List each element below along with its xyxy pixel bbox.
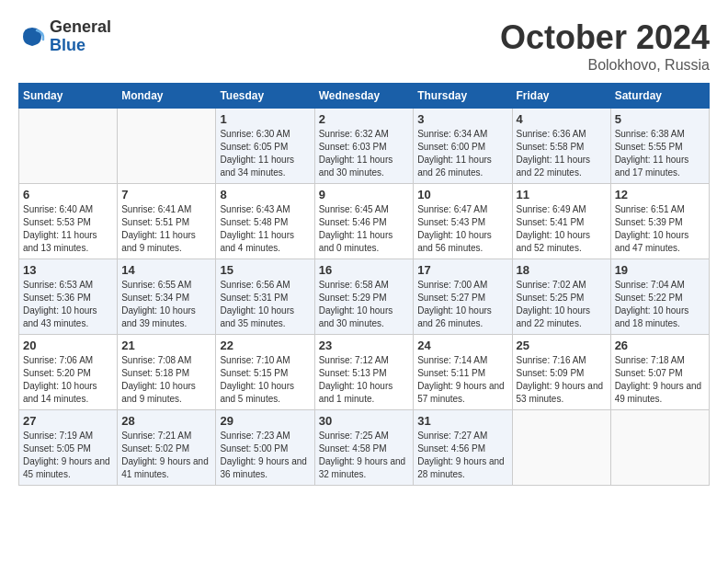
day-number: 19: [615, 263, 705, 277]
calendar-cell: 9Sunrise: 6:45 AM Sunset: 5:46 PM Daylig…: [314, 184, 414, 259]
calendar-cell: 31Sunrise: 7:27 AM Sunset: 4:56 PM Dayli…: [414, 410, 512, 486]
day-number: 21: [121, 339, 211, 352]
day-info: Sunrise: 6:51 AM Sunset: 5:39 PM Dayligh…: [615, 203, 705, 255]
day-info: Sunrise: 7:04 AM Sunset: 5:22 PM Dayligh…: [615, 279, 705, 330]
logo-text: General Blue: [50, 18, 111, 55]
weekday-header-saturday: Saturday: [610, 84, 709, 109]
day-number: 10: [417, 188, 507, 201]
day-number: 5: [615, 112, 705, 126]
day-info: Sunrise: 6:53 AM Sunset: 5:36 PM Dayligh…: [23, 279, 113, 330]
day-info: Sunrise: 7:06 AM Sunset: 5:20 PM Dayligh…: [23, 354, 113, 406]
day-info: Sunrise: 6:41 AM Sunset: 5:51 PM Dayligh…: [121, 203, 211, 255]
day-info: Sunrise: 7:14 AM Sunset: 5:11 PM Dayligh…: [417, 354, 507, 406]
calendar-cell: 10Sunrise: 6:47 AM Sunset: 5:43 PM Dayli…: [414, 184, 512, 259]
day-number: 17: [417, 263, 507, 277]
calendar-cell: 26Sunrise: 7:18 AM Sunset: 5:07 PM Dayli…: [610, 335, 709, 410]
title-block: October 2024 Bolokhovo, Russia: [500, 18, 710, 74]
day-info: Sunrise: 6:36 AM Sunset: 5:58 PM Dayligh…: [517, 128, 607, 179]
weekday-row: SundayMondayTuesdayWednesdayThursdayFrid…: [19, 84, 710, 109]
day-number: 11: [517, 188, 607, 201]
day-info: Sunrise: 7:27 AM Sunset: 4:56 PM Dayligh…: [417, 430, 507, 481]
day-info: Sunrise: 6:40 AM Sunset: 5:53 PM Dayligh…: [23, 203, 113, 255]
day-info: Sunrise: 7:25 AM Sunset: 4:58 PM Dayligh…: [319, 430, 410, 481]
day-number: 8: [220, 188, 310, 201]
day-info: Sunrise: 7:02 AM Sunset: 5:25 PM Dayligh…: [517, 279, 607, 330]
logo-blue: Blue: [50, 37, 111, 55]
month-title: October 2024: [500, 18, 710, 57]
day-number: 7: [121, 188, 211, 201]
calendar-cell: 17Sunrise: 7:00 AM Sunset: 5:27 PM Dayli…: [414, 259, 512, 335]
calendar-cell: 25Sunrise: 7:16 AM Sunset: 5:09 PM Dayli…: [512, 335, 610, 410]
calendar-cell: 24Sunrise: 7:14 AM Sunset: 5:11 PM Dayli…: [414, 335, 512, 410]
day-number: 24: [417, 339, 507, 352]
calendar-table: SundayMondayTuesdayWednesdayThursdayFrid…: [18, 83, 710, 486]
calendar-cell: 20Sunrise: 7:06 AM Sunset: 5:20 PM Dayli…: [19, 335, 118, 410]
day-number: 2: [319, 112, 410, 126]
day-number: 29: [220, 414, 310, 428]
weekday-header-friday: Friday: [512, 84, 610, 109]
calendar-cell: 8Sunrise: 6:43 AM Sunset: 5:48 PM Daylig…: [216, 184, 314, 259]
calendar-cell: 21Sunrise: 7:08 AM Sunset: 5:18 PM Dayli…: [118, 335, 216, 410]
day-number: 25: [517, 339, 607, 352]
day-number: 30: [319, 414, 410, 428]
day-info: Sunrise: 6:49 AM Sunset: 5:41 PM Dayligh…: [517, 203, 607, 255]
calendar-cell: 27Sunrise: 7:19 AM Sunset: 5:05 PM Dayli…: [19, 410, 118, 486]
calendar-cell: 15Sunrise: 6:56 AM Sunset: 5:31 PM Dayli…: [216, 259, 314, 335]
calendar-cell: 6Sunrise: 6:40 AM Sunset: 5:53 PM Daylig…: [19, 184, 118, 259]
day-info: Sunrise: 6:43 AM Sunset: 5:48 PM Dayligh…: [220, 203, 310, 255]
calendar-cell: 18Sunrise: 7:02 AM Sunset: 5:25 PM Dayli…: [512, 259, 610, 335]
calendar-cell: 23Sunrise: 7:12 AM Sunset: 5:13 PM Dayli…: [314, 335, 414, 410]
day-number: 12: [615, 188, 705, 201]
location: Bolokhovo, Russia: [500, 57, 710, 74]
day-number: 27: [23, 414, 113, 428]
day-info: Sunrise: 6:32 AM Sunset: 6:03 PM Dayligh…: [319, 128, 410, 179]
calendar-body: 1Sunrise: 6:30 AM Sunset: 6:05 PM Daylig…: [19, 109, 710, 486]
day-info: Sunrise: 7:00 AM Sunset: 5:27 PM Dayligh…: [417, 279, 507, 330]
day-info: Sunrise: 6:45 AM Sunset: 5:46 PM Dayligh…: [319, 203, 410, 255]
day-info: Sunrise: 6:47 AM Sunset: 5:43 PM Dayligh…: [417, 203, 507, 255]
day-info: Sunrise: 6:30 AM Sunset: 6:05 PM Dayligh…: [220, 128, 310, 179]
day-info: Sunrise: 6:55 AM Sunset: 5:34 PM Dayligh…: [121, 279, 211, 330]
day-info: Sunrise: 6:56 AM Sunset: 5:31 PM Dayligh…: [220, 279, 310, 330]
day-number: 1: [220, 112, 310, 126]
calendar-cell: 7Sunrise: 6:41 AM Sunset: 5:51 PM Daylig…: [118, 184, 216, 259]
calendar-cell: 16Sunrise: 6:58 AM Sunset: 5:29 PM Dayli…: [314, 259, 414, 335]
calendar-cell: 1Sunrise: 6:30 AM Sunset: 6:05 PM Daylig…: [216, 109, 314, 184]
calendar-week-4: 20Sunrise: 7:06 AM Sunset: 5:20 PM Dayli…: [19, 335, 710, 410]
calendar-week-1: 1Sunrise: 6:30 AM Sunset: 6:05 PM Daylig…: [19, 109, 710, 184]
calendar-cell: 30Sunrise: 7:25 AM Sunset: 4:58 PM Dayli…: [314, 410, 414, 486]
calendar-cell: 28Sunrise: 7:21 AM Sunset: 5:02 PM Dayli…: [118, 410, 216, 486]
day-number: 9: [319, 188, 410, 201]
day-number: 6: [23, 188, 113, 201]
day-number: 26: [615, 339, 705, 352]
calendar-header: SundayMondayTuesdayWednesdayThursdayFrid…: [19, 84, 710, 109]
day-info: Sunrise: 6:34 AM Sunset: 6:00 PM Dayligh…: [417, 128, 507, 179]
weekday-header-wednesday: Wednesday: [314, 84, 414, 109]
day-number: 31: [417, 414, 507, 428]
day-number: 16: [319, 263, 410, 277]
day-number: 23: [319, 339, 410, 352]
logo-icon: [18, 23, 46, 51]
logo: General Blue: [18, 18, 111, 55]
day-info: Sunrise: 7:08 AM Sunset: 5:18 PM Dayligh…: [121, 354, 211, 406]
calendar-cell: 5Sunrise: 6:38 AM Sunset: 5:55 PM Daylig…: [610, 109, 709, 184]
calendar-cell: 14Sunrise: 6:55 AM Sunset: 5:34 PM Dayli…: [118, 259, 216, 335]
weekday-header-sunday: Sunday: [19, 84, 118, 109]
day-info: Sunrise: 7:23 AM Sunset: 5:00 PM Dayligh…: [220, 430, 310, 481]
calendar-cell: 13Sunrise: 6:53 AM Sunset: 5:36 PM Dayli…: [19, 259, 118, 335]
day-number: 15: [220, 263, 310, 277]
calendar-cell: 22Sunrise: 7:10 AM Sunset: 5:15 PM Dayli…: [216, 335, 314, 410]
day-number: 13: [23, 263, 113, 277]
day-number: 22: [220, 339, 310, 352]
day-info: Sunrise: 6:38 AM Sunset: 5:55 PM Dayligh…: [615, 128, 705, 179]
day-number: 14: [121, 263, 211, 277]
logo-general: General: [50, 18, 111, 37]
day-number: 4: [517, 112, 607, 126]
calendar-cell: [19, 109, 118, 184]
calendar-cell: 29Sunrise: 7:23 AM Sunset: 5:00 PM Dayli…: [216, 410, 314, 486]
weekday-header-monday: Monday: [118, 84, 216, 109]
calendar-week-3: 13Sunrise: 6:53 AM Sunset: 5:36 PM Dayli…: [19, 259, 710, 335]
calendar-cell: 3Sunrise: 6:34 AM Sunset: 6:00 PM Daylig…: [414, 109, 512, 184]
page-header: General Blue October 2024 Bolokhovo, Rus…: [18, 18, 710, 74]
calendar-cell: 4Sunrise: 6:36 AM Sunset: 5:58 PM Daylig…: [512, 109, 610, 184]
